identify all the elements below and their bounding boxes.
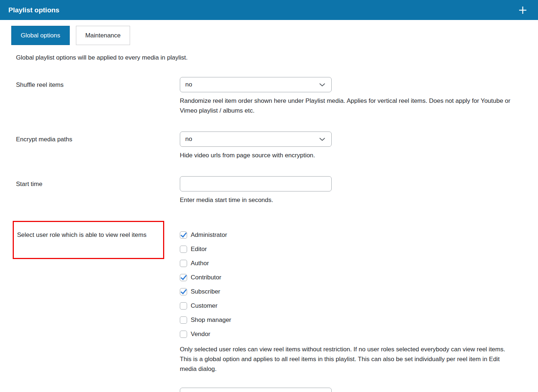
user-roles-help-text: Only selected user roles can view reel i… — [180, 344, 518, 374]
add-plus-icon[interactable] — [518, 5, 528, 15]
checkbox-icon[interactable] — [180, 302, 187, 310]
global-options-form: Shuffle reel items no Randomize reel ite… — [16, 77, 538, 392]
row-start-time: Start time Enter media start time in sec… — [16, 176, 538, 205]
role-checkbox-contributor[interactable]: Contributor — [180, 273, 518, 282]
start-time-help-text: Enter media start time in seconds. — [180, 195, 518, 205]
role-label: Administrator — [191, 231, 227, 239]
role-label: Contributor — [191, 274, 221, 281]
user-roles-checkbox-group: Administrator Editor Author Contributor … — [180, 221, 518, 374]
start-time-input[interactable] — [180, 176, 332, 191]
user-roles-label-highlight-box: Select user role which is able to view r… — [13, 221, 164, 259]
guest-view-label: Can non logged in users view reel items — [16, 388, 180, 392]
intro-text: Global playlist options will be applied … — [16, 54, 538, 61]
tab-global-options[interactable]: Global options — [11, 26, 70, 45]
row-user-roles: Select user role which is able to view r… — [16, 221, 538, 374]
role-label: Author — [191, 260, 209, 267]
role-checkbox-vendor[interactable]: Vendor — [180, 330, 518, 339]
role-checkbox-customer[interactable]: Customer — [180, 301, 518, 311]
chevron-down-icon — [319, 136, 325, 143]
encrypt-select[interactable]: no — [180, 132, 332, 147]
user-roles-label: Select user role which is able to view r… — [17, 231, 146, 238]
role-label: Editor — [191, 246, 207, 253]
checkbox-icon[interactable] — [180, 246, 187, 253]
encrypt-help-text: Hide video urls from page source with en… — [180, 150, 518, 160]
encrypt-select-value: no — [185, 136, 192, 143]
row-guest-view: Can non logged in users view reel items … — [16, 388, 538, 392]
checkbox-icon[interactable] — [180, 260, 187, 267]
role-label: Subscriber — [191, 288, 220, 295]
role-checkbox-subscriber[interactable]: Subscriber — [180, 287, 518, 296]
role-checkbox-shop-manager[interactable]: Shop manager — [180, 315, 518, 325]
encrypt-label: Encrypt media paths — [16, 132, 180, 144]
row-encrypt-media-paths: Encrypt media paths no Hide video urls f… — [16, 132, 538, 160]
checkbox-icon[interactable] — [180, 231, 187, 239]
checkbox-icon[interactable] — [180, 331, 187, 338]
page-title: Playlist options — [8, 6, 59, 14]
row-shuffle-reel-items: Shuffle reel items no Randomize reel ite… — [16, 77, 538, 116]
tab-bar: Global options Maintenance — [11, 26, 538, 45]
role-checkbox-editor[interactable]: Editor — [180, 245, 518, 254]
role-label: Customer — [191, 302, 218, 310]
header-bar: Playlist options — [0, 0, 538, 20]
guest-view-select[interactable]: yes — [180, 388, 332, 392]
shuffle-select[interactable]: no — [180, 77, 332, 92]
shuffle-help-text: Randomize reel item order shown here und… — [180, 96, 518, 116]
shuffle-label: Shuffle reel items — [16, 77, 180, 90]
tab-maintenance[interactable]: Maintenance — [76, 26, 130, 45]
checkbox-icon[interactable] — [180, 288, 187, 295]
role-label: Shop manager — [191, 316, 231, 324]
checkbox-icon[interactable] — [180, 316, 187, 324]
chevron-down-icon — [319, 81, 325, 88]
role-checkbox-author[interactable]: Author — [180, 259, 518, 268]
role-label: Vendor — [191, 331, 210, 338]
checkbox-icon[interactable] — [180, 274, 187, 281]
role-checkbox-administrator[interactable]: Administrator — [180, 230, 518, 240]
shuffle-select-value: no — [185, 81, 192, 88]
start-time-label: Start time — [16, 176, 180, 189]
